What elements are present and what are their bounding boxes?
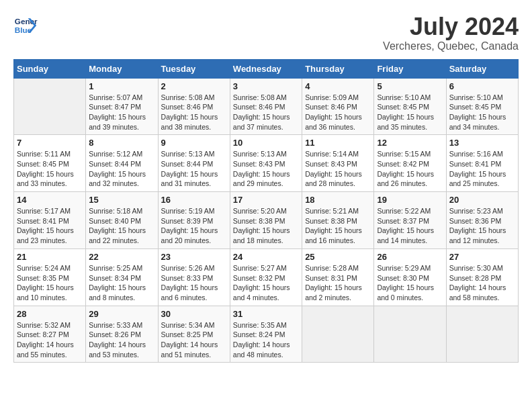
subtitle: Vercheres, Quebec, Canada xyxy=(383,40,519,52)
week-row-2: 7Sunrise: 5:11 AMSunset: 8:45 PMDaylight… xyxy=(14,135,519,192)
day-number: 16 xyxy=(161,195,227,205)
day-info: Sunrise: 5:23 AMSunset: 8:36 PMDaylight:… xyxy=(449,206,515,246)
calendar-cell: 17Sunrise: 5:20 AMSunset: 8:38 PMDayligh… xyxy=(230,192,302,249)
day-number: 8 xyxy=(89,138,154,148)
calendar-cell: 28Sunrise: 5:32 AMSunset: 8:27 PMDayligh… xyxy=(14,306,86,363)
day-info: Sunrise: 5:13 AMSunset: 8:43 PMDaylight:… xyxy=(233,149,299,189)
day-number: 12 xyxy=(377,138,443,148)
day-info: Sunrise: 5:18 AMSunset: 8:40 PMDaylight:… xyxy=(89,206,154,246)
day-number: 7 xyxy=(17,138,83,148)
calendar-cell: 29Sunrise: 5:33 AMSunset: 8:26 PMDayligh… xyxy=(86,306,158,363)
day-info: Sunrise: 5:08 AMSunset: 8:46 PMDaylight:… xyxy=(233,93,299,132)
calendar-cell xyxy=(374,306,446,363)
day-number: 6 xyxy=(449,81,515,91)
main-title: July 2024 xyxy=(383,13,519,40)
day-number: 13 xyxy=(449,138,515,148)
day-number: 17 xyxy=(233,195,299,205)
day-number: 3 xyxy=(233,81,299,91)
week-row-1: 1Sunrise: 5:07 AMSunset: 8:47 PMDaylight… xyxy=(14,78,519,135)
day-info: Sunrise: 5:34 AMSunset: 8:25 PMDaylight:… xyxy=(161,320,227,360)
calendar-cell: 10Sunrise: 5:13 AMSunset: 8:43 PMDayligh… xyxy=(230,135,302,192)
column-header-friday: Friday xyxy=(374,59,446,78)
calendar-cell: 13Sunrise: 5:16 AMSunset: 8:41 PMDayligh… xyxy=(446,135,518,192)
day-info: Sunrise: 5:32 AMSunset: 8:27 PMDaylight:… xyxy=(17,320,83,360)
day-info: Sunrise: 5:12 AMSunset: 8:44 PMDaylight:… xyxy=(89,149,154,189)
calendar-cell: 3Sunrise: 5:08 AMSunset: 8:46 PMDaylight… xyxy=(230,78,302,135)
calendar-cell xyxy=(14,78,86,135)
column-header-thursday: Thursday xyxy=(302,59,374,78)
calendar-cell: 15Sunrise: 5:18 AMSunset: 8:40 PMDayligh… xyxy=(86,192,158,249)
day-number: 15 xyxy=(89,195,154,205)
day-info: Sunrise: 5:35 AMSunset: 8:24 PMDaylight:… xyxy=(233,320,299,360)
day-info: Sunrise: 5:24 AMSunset: 8:35 PMDaylight:… xyxy=(17,263,83,303)
week-row-3: 14Sunrise: 5:17 AMSunset: 8:41 PMDayligh… xyxy=(14,192,519,249)
day-number: 30 xyxy=(161,309,227,319)
day-info: Sunrise: 5:10 AMSunset: 8:45 PMDaylight:… xyxy=(449,93,515,132)
day-number: 20 xyxy=(449,195,515,205)
week-row-4: 21Sunrise: 5:24 AMSunset: 8:35 PMDayligh… xyxy=(14,248,519,306)
day-info: Sunrise: 5:15 AMSunset: 8:42 PMDaylight:… xyxy=(377,149,443,189)
calendar-cell: 1Sunrise: 5:07 AMSunset: 8:47 PMDaylight… xyxy=(86,78,158,135)
calendar-cell: 27Sunrise: 5:30 AMSunset: 8:28 PMDayligh… xyxy=(446,248,518,306)
day-info: Sunrise: 5:10 AMSunset: 8:45 PMDaylight:… xyxy=(377,93,443,132)
day-number: 25 xyxy=(305,252,371,262)
calendar-table: SundayMondayTuesdayWednesdayThursdayFrid… xyxy=(13,59,519,363)
day-number: 1 xyxy=(89,81,154,91)
day-info: Sunrise: 5:19 AMSunset: 8:39 PMDaylight:… xyxy=(161,206,227,246)
column-header-wednesday: Wednesday xyxy=(230,59,302,78)
day-info: Sunrise: 5:27 AMSunset: 8:32 PMDaylight:… xyxy=(233,263,299,303)
logo: General Blue xyxy=(13,13,38,38)
day-info: Sunrise: 5:17 AMSunset: 8:41 PMDaylight:… xyxy=(17,206,83,246)
day-info: Sunrise: 5:14 AMSunset: 8:43 PMDaylight:… xyxy=(305,149,371,189)
day-info: Sunrise: 5:30 AMSunset: 8:28 PMDaylight:… xyxy=(449,263,515,303)
day-number: 24 xyxy=(233,252,299,262)
day-number: 10 xyxy=(233,138,299,148)
day-info: Sunrise: 5:29 AMSunset: 8:30 PMDaylight:… xyxy=(377,263,443,303)
logo-icon: General Blue xyxy=(13,13,38,38)
day-number: 11 xyxy=(305,138,371,148)
calendar-cell xyxy=(302,306,374,363)
day-info: Sunrise: 5:33 AMSunset: 8:26 PMDaylight:… xyxy=(89,320,154,360)
calendar-cell: 18Sunrise: 5:21 AMSunset: 8:38 PMDayligh… xyxy=(302,192,374,249)
day-number: 2 xyxy=(161,81,227,91)
day-info: Sunrise: 5:07 AMSunset: 8:47 PMDaylight:… xyxy=(89,93,154,132)
week-row-5: 28Sunrise: 5:32 AMSunset: 8:27 PMDayligh… xyxy=(14,306,519,363)
column-header-monday: Monday xyxy=(86,59,158,78)
day-number: 4 xyxy=(305,81,371,91)
calendar-cell: 6Sunrise: 5:10 AMSunset: 8:45 PMDaylight… xyxy=(446,78,518,135)
header: General Blue July 2024 Vercheres, Quebec… xyxy=(13,13,519,52)
calendar-cell: 25Sunrise: 5:28 AMSunset: 8:31 PMDayligh… xyxy=(302,248,374,306)
day-number: 5 xyxy=(377,81,443,91)
calendar-cell: 26Sunrise: 5:29 AMSunset: 8:30 PMDayligh… xyxy=(374,248,446,306)
day-number: 21 xyxy=(17,252,83,262)
day-number: 14 xyxy=(17,195,83,205)
column-header-saturday: Saturday xyxy=(446,59,518,78)
calendar-cell: 2Sunrise: 5:08 AMSunset: 8:46 PMDaylight… xyxy=(158,78,230,135)
calendar-cell: 23Sunrise: 5:26 AMSunset: 8:33 PMDayligh… xyxy=(158,248,230,306)
day-info: Sunrise: 5:11 AMSunset: 8:45 PMDaylight:… xyxy=(17,149,83,189)
calendar-cell: 5Sunrise: 5:10 AMSunset: 8:45 PMDaylight… xyxy=(374,78,446,135)
day-number: 23 xyxy=(161,252,227,262)
day-info: Sunrise: 5:09 AMSunset: 8:46 PMDaylight:… xyxy=(305,93,371,132)
day-number: 26 xyxy=(377,252,443,262)
day-info: Sunrise: 5:20 AMSunset: 8:38 PMDaylight:… xyxy=(233,206,299,246)
column-header-sunday: Sunday xyxy=(14,59,86,78)
day-info: Sunrise: 5:25 AMSunset: 8:34 PMDaylight:… xyxy=(89,263,154,303)
calendar-cell: 8Sunrise: 5:12 AMSunset: 8:44 PMDaylight… xyxy=(86,135,158,192)
calendar-cell: 30Sunrise: 5:34 AMSunset: 8:25 PMDayligh… xyxy=(158,306,230,363)
header-row: SundayMondayTuesdayWednesdayThursdayFrid… xyxy=(14,59,519,78)
calendar-cell xyxy=(446,306,518,363)
day-number: 22 xyxy=(89,252,154,262)
calendar-cell: 4Sunrise: 5:09 AMSunset: 8:46 PMDaylight… xyxy=(302,78,374,135)
title-area: July 2024 Vercheres, Quebec, Canada xyxy=(383,13,519,52)
day-number: 27 xyxy=(449,252,515,262)
column-header-tuesday: Tuesday xyxy=(158,59,230,78)
day-info: Sunrise: 5:08 AMSunset: 8:46 PMDaylight:… xyxy=(161,93,227,132)
calendar-cell: 19Sunrise: 5:22 AMSunset: 8:37 PMDayligh… xyxy=(374,192,446,249)
calendar-cell: 24Sunrise: 5:27 AMSunset: 8:32 PMDayligh… xyxy=(230,248,302,306)
calendar-cell: 21Sunrise: 5:24 AMSunset: 8:35 PMDayligh… xyxy=(14,248,86,306)
calendar-cell: 12Sunrise: 5:15 AMSunset: 8:42 PMDayligh… xyxy=(374,135,446,192)
calendar-cell: 20Sunrise: 5:23 AMSunset: 8:36 PMDayligh… xyxy=(446,192,518,249)
day-number: 28 xyxy=(17,309,83,319)
calendar-cell: 16Sunrise: 5:19 AMSunset: 8:39 PMDayligh… xyxy=(158,192,230,249)
